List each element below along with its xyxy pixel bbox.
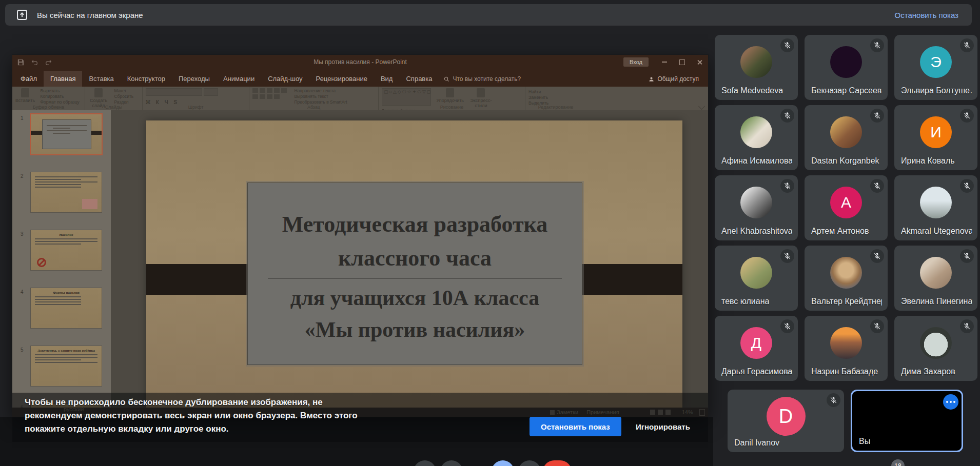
undo-icon <box>31 59 38 66</box>
mic-muted-icon <box>870 179 884 193</box>
stop-presenting-button[interactable]: Остановить показ <box>530 417 621 436</box>
arrange-button[interactable]: Упорядочить <box>436 88 464 103</box>
font-name-box[interactable] <box>146 88 202 96</box>
tab-insert[interactable]: Вставка <box>82 71 120 87</box>
participant-tile[interactable]: Д Дарья Герасимова <box>715 316 798 381</box>
slide-thumbnail-3[interactable]: Насилие <box>31 230 102 270</box>
ribbon-group-slides: Создать слайд Макет Сбросить Раздел Слай… <box>85 87 143 110</box>
slide-ribbon-left <box>146 264 255 295</box>
notification-text: Чтобы не происходило бесконечное дублиро… <box>25 396 358 436</box>
participant-tile[interactable]: D Danil Ivanov <box>728 390 844 452</box>
ignore-button[interactable]: Игнорировать <box>628 417 698 436</box>
collapse-ribbon-icon[interactable] <box>698 103 705 110</box>
participant-tile[interactable]: И Ирина Коваль <box>894 105 977 170</box>
slide-thumbnail-4[interactable]: Формы насилия <box>31 288 102 328</box>
avatar <box>920 327 952 359</box>
slide-canvas: Методическая разработка классного часа д… <box>111 110 708 408</box>
ribbon-group-editing: Найти Заменить Выделить Редактирование <box>525 87 586 110</box>
avatar <box>830 116 862 148</box>
participant-tile[interactable]: Э Эльвира Болтуше… <box>894 35 977 100</box>
mic-muted-icon <box>960 109 974 123</box>
self-video-tile[interactable]: Вы <box>851 390 963 452</box>
no-violence-icon <box>37 258 46 267</box>
slide-thumbnail-1[interactable] <box>31 114 102 154</box>
layout-button[interactable]: Макет <box>114 88 133 93</box>
copy-button[interactable]: Копировать <box>41 94 80 99</box>
slide-ribbon-right <box>572 264 682 295</box>
ribbon-group-font: Ж К Ч S Шрифт <box>143 87 249 110</box>
minimize-button[interactable] <box>656 55 673 69</box>
smartart-button[interactable]: Преобразовать в SmartArt <box>294 99 347 105</box>
avatar <box>920 257 952 289</box>
participant-tile[interactable]: Эвелина Пинегина <box>894 246 977 311</box>
cut-button[interactable]: Вырезать <box>41 88 80 93</box>
reset-button[interactable]: Сбросить <box>114 94 133 99</box>
participant-tile[interactable]: А Артем Антонов <box>805 175 888 240</box>
mic-muted-icon <box>780 38 794 52</box>
tab-design[interactable]: Конструктор <box>121 71 172 87</box>
text-direction-button[interactable]: Направление текста <box>294 88 347 93</box>
close-button[interactable] <box>691 55 708 69</box>
maximize-button[interactable] <box>673 55 691 69</box>
google-meet-screen: Вы сейчас на главном экране Остановить п… <box>0 0 980 466</box>
participant-tile[interactable]: Назрин Бабазаде <box>805 316 888 381</box>
participant-tile[interactable]: Akmaral Utegenova <box>894 175 977 240</box>
presenting-banner: Вы сейчас на главном экране Остановить п… <box>5 4 972 26</box>
tab-help[interactable]: Справка <box>399 71 439 87</box>
mic-muted-icon <box>780 319 794 333</box>
tab-home[interactable]: Главная <box>44 71 82 87</box>
ppt-titlebar: Мы против насилия - PowerPoint Вход <box>12 55 708 69</box>
paste-button[interactable]: Вставить <box>15 88 35 103</box>
more-options-button[interactable] <box>943 394 958 410</box>
search-icon <box>444 76 449 82</box>
participant-tile[interactable]: Dastan Korganbek <box>805 105 888 170</box>
ppt-ribbon-tabs: Файл Главная Вставка Конструктор Переход… <box>12 69 708 87</box>
ribbon-group-drawing: ▢○△◇⬠☆✦⬭▽◻ Упорядочить Экспресс-стили За… <box>379 87 525 110</box>
paragraph-buttons[interactable] <box>252 88 287 100</box>
shapes-gallery[interactable]: ▢○△◇⬠☆✦⬭▽◻ <box>382 88 431 106</box>
tab-view[interactable]: Вид <box>374 71 400 87</box>
format-painter-button[interactable]: Формат по образцу <box>41 99 80 105</box>
mic-muted-icon <box>960 179 974 193</box>
avatar: Э <box>920 46 952 78</box>
participants-grid: Sofa Medvedeva Бекназар Сарсеев Э Эльвир… <box>715 35 977 381</box>
section-button[interactable]: Раздел <box>114 99 133 105</box>
present-screen-icon <box>15 8 29 22</box>
participant-tile[interactable]: Вальтер Крейдтнер <box>805 246 888 311</box>
mic-muted-icon <box>780 249 794 263</box>
participant-tile[interactable]: Anel Khabrashitova <box>715 175 798 240</box>
participant-tile[interactable]: Бекназар Сарсеев <box>805 35 888 100</box>
tab-file[interactable]: Файл <box>12 71 44 87</box>
slide-thumbnail-2[interactable] <box>31 172 102 212</box>
slide-thumbnail-5[interactable]: Документы, о защите прав ребёнка <box>31 346 102 386</box>
participant-tile[interactable]: Афина Исмаилова <box>715 105 798 170</box>
share-button[interactable]: Общий доступ <box>643 71 708 87</box>
mic-muted-icon <box>960 319 974 333</box>
participant-tile[interactable]: Дима Захаров <box>894 316 977 381</box>
mic-muted-icon <box>870 109 884 123</box>
align-text-button[interactable]: Выровнять текст <box>294 94 347 99</box>
mic-muted-icon <box>827 393 840 407</box>
tab-transitions[interactable]: Переходы <box>172 71 217 87</box>
tab-animations[interactable]: Анимации <box>217 71 261 87</box>
tab-review[interactable]: Рецензирование <box>309 71 374 87</box>
mic-muted-icon <box>960 38 974 52</box>
stop-presenting-link[interactable]: Остановить показ <box>895 11 958 19</box>
tellme-search[interactable]: Что вы хотите сделать? <box>439 71 526 87</box>
participant-tile[interactable]: Sofa Medvedeva <box>715 35 798 100</box>
presenting-status-text: Вы сейчас на главном экране <box>37 11 143 19</box>
replace-button[interactable]: Заменить <box>528 95 548 100</box>
avatar <box>740 46 772 78</box>
ribbon-group-clipboard: Вставить Вырезать Копировать Формат по о… <box>12 87 85 110</box>
mic-muted-icon <box>870 38 884 52</box>
ppt-ribbon: Вставить Вырезать Копировать Формат по о… <box>12 87 708 111</box>
ppt-window-title: Мы против насилия - PowerPoint <box>313 58 407 66</box>
mic-muted-icon <box>960 249 974 263</box>
find-button[interactable]: Найти <box>528 89 548 94</box>
ribbon-group-paragraph: Направление текста Выровнять текст Преоб… <box>249 87 379 110</box>
tab-slideshow[interactable]: Слайд-шоу <box>261 71 309 87</box>
participant-tile[interactable]: тевс юлиана <box>715 246 798 311</box>
signin-button[interactable]: Вход <box>623 57 649 67</box>
font-size-box[interactable] <box>204 88 218 96</box>
slide-title-line: Методическая разработка <box>248 208 582 241</box>
